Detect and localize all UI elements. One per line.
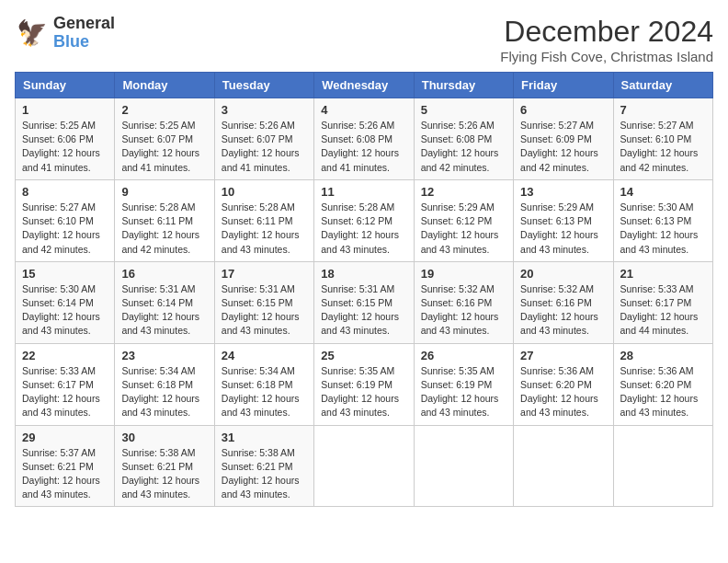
calendar-cell — [613, 425, 712, 507]
day-info: Sunrise: 5:36 AMSunset: 6:20 PMDaylight:… — [520, 364, 606, 420]
calendar-day-header: Wednesday — [314, 73, 414, 98]
calendar-cell: 6Sunrise: 5:27 AMSunset: 6:09 PMDaylight… — [514, 98, 613, 180]
calendar-cell: 26Sunrise: 5:35 AMSunset: 6:19 PMDayligh… — [414, 343, 513, 425]
month-title: December 2024 — [500, 15, 713, 49]
day-number: 28 — [620, 349, 706, 362]
day-info: Sunrise: 5:38 AMSunset: 6:21 PMDaylight:… — [121, 446, 207, 502]
day-number: 7 — [620, 103, 706, 117]
calendar-cell: 1Sunrise: 5:25 AMSunset: 6:06 PMDaylight… — [16, 98, 115, 180]
calendar-cell: 10Sunrise: 5:28 AMSunset: 6:11 PMDayligh… — [214, 179, 313, 261]
title-area: December 2024 Flying Fish Cove, Christma… — [500, 15, 713, 64]
day-info: Sunrise: 5:28 AMSunset: 6:11 PMDaylight:… — [121, 201, 207, 257]
calendar-cell: 29Sunrise: 5:37 AMSunset: 6:21 PMDayligh… — [16, 425, 115, 507]
calendar-week-row: 22Sunrise: 5:33 AMSunset: 6:17 PMDayligh… — [16, 343, 713, 425]
day-info: Sunrise: 5:26 AMSunset: 6:08 PMDaylight:… — [321, 119, 406, 175]
calendar-cell: 24Sunrise: 5:34 AMSunset: 6:18 PMDayligh… — [214, 343, 313, 425]
day-number: 14 — [620, 185, 706, 199]
calendar-week-row: 1Sunrise: 5:25 AMSunset: 6:06 PMDaylight… — [16, 98, 713, 180]
calendar-cell — [414, 425, 513, 507]
calendar-week-row: 29Sunrise: 5:37 AMSunset: 6:21 PMDayligh… — [16, 425, 713, 507]
day-number: 24 — [222, 349, 307, 362]
calendar-cell: 2Sunrise: 5:25 AMSunset: 6:07 PMDaylight… — [115, 98, 214, 180]
day-number: 12 — [421, 185, 506, 199]
day-info: Sunrise: 5:29 AMSunset: 6:12 PMDaylight:… — [421, 201, 506, 257]
day-number: 9 — [121, 185, 207, 199]
calendar-header-row: SundayMondayTuesdayWednesdayThursdayFrid… — [16, 73, 713, 98]
calendar-cell: 23Sunrise: 5:34 AMSunset: 6:18 PMDayligh… — [115, 343, 214, 425]
day-number: 21 — [620, 267, 706, 281]
header: 🦅 General Blue December 2024 Flying Fish… — [15, 15, 713, 64]
day-info: Sunrise: 5:27 AMSunset: 6:10 PMDaylight:… — [22, 201, 108, 257]
calendar-cell: 20Sunrise: 5:32 AMSunset: 6:16 PMDayligh… — [514, 261, 613, 343]
calendar-cell: 3Sunrise: 5:26 AMSunset: 6:07 PMDaylight… — [214, 98, 313, 180]
day-number: 19 — [421, 267, 506, 281]
calendar-cell: 30Sunrise: 5:38 AMSunset: 6:21 PMDayligh… — [115, 425, 214, 507]
day-info: Sunrise: 5:29 AMSunset: 6:13 PMDaylight:… — [520, 201, 606, 257]
day-number: 8 — [22, 185, 108, 199]
calendar-cell: 7Sunrise: 5:27 AMSunset: 6:10 PMDaylight… — [613, 98, 712, 180]
day-info: Sunrise: 5:26 AMSunset: 6:07 PMDaylight:… — [222, 119, 307, 175]
calendar-cell: 27Sunrise: 5:36 AMSunset: 6:20 PMDayligh… — [514, 343, 613, 425]
day-number: 13 — [520, 185, 606, 199]
day-number: 30 — [121, 431, 207, 444]
logo: 🦅 General Blue — [15, 15, 115, 52]
calendar-cell: 25Sunrise: 5:35 AMSunset: 6:19 PMDayligh… — [314, 343, 414, 425]
day-number: 26 — [421, 349, 506, 362]
calendar-cell: 15Sunrise: 5:30 AMSunset: 6:14 PMDayligh… — [16, 261, 115, 343]
day-info: Sunrise: 5:31 AMSunset: 6:14 PMDaylight:… — [121, 282, 207, 339]
day-number: 11 — [321, 185, 406, 199]
calendar-day-header: Thursday — [414, 73, 513, 98]
calendar-cell: 17Sunrise: 5:31 AMSunset: 6:15 PMDayligh… — [214, 261, 313, 343]
calendar-cell: 8Sunrise: 5:27 AMSunset: 6:10 PMDaylight… — [16, 179, 115, 261]
calendar-body: 1Sunrise: 5:25 AMSunset: 6:06 PMDaylight… — [16, 98, 713, 507]
day-info: Sunrise: 5:33 AMSunset: 6:17 PMDaylight:… — [620, 282, 706, 339]
day-info: Sunrise: 5:25 AMSunset: 6:07 PMDaylight:… — [121, 119, 207, 175]
day-number: 17 — [222, 267, 307, 281]
calendar-cell — [314, 425, 414, 507]
day-info: Sunrise: 5:27 AMSunset: 6:10 PMDaylight:… — [620, 119, 706, 175]
day-number: 16 — [121, 267, 207, 281]
calendar-cell: 4Sunrise: 5:26 AMSunset: 6:08 PMDaylight… — [314, 98, 414, 180]
day-info: Sunrise: 5:38 AMSunset: 6:21 PMDaylight:… — [222, 446, 307, 502]
logo-text: General Blue — [53, 15, 115, 52]
calendar-cell: 19Sunrise: 5:32 AMSunset: 6:16 PMDayligh… — [414, 261, 513, 343]
day-info: Sunrise: 5:30 AMSunset: 6:14 PMDaylight:… — [22, 282, 108, 339]
day-number: 5 — [421, 103, 506, 117]
day-info: Sunrise: 5:35 AMSunset: 6:19 PMDaylight:… — [321, 364, 406, 420]
day-number: 2 — [121, 103, 207, 117]
day-number: 18 — [321, 267, 406, 281]
day-number: 22 — [22, 349, 108, 362]
location-title: Flying Fish Cove, Christmas Island — [500, 49, 713, 64]
day-info: Sunrise: 5:26 AMSunset: 6:08 PMDaylight:… — [421, 119, 506, 175]
calendar-cell: 14Sunrise: 5:30 AMSunset: 6:13 PMDayligh… — [613, 179, 712, 261]
calendar-day-header: Tuesday — [214, 73, 313, 98]
calendar-week-row: 8Sunrise: 5:27 AMSunset: 6:10 PMDaylight… — [16, 179, 713, 261]
calendar-cell — [514, 425, 613, 507]
calendar-cell: 12Sunrise: 5:29 AMSunset: 6:12 PMDayligh… — [414, 179, 513, 261]
calendar-cell: 11Sunrise: 5:28 AMSunset: 6:12 PMDayligh… — [314, 179, 414, 261]
calendar-day-header: Monday — [115, 73, 214, 98]
day-info: Sunrise: 5:36 AMSunset: 6:20 PMDaylight:… — [620, 364, 706, 420]
day-info: Sunrise: 5:34 AMSunset: 6:18 PMDaylight:… — [222, 364, 307, 420]
calendar-cell: 22Sunrise: 5:33 AMSunset: 6:17 PMDayligh… — [16, 343, 115, 425]
day-number: 6 — [520, 103, 606, 117]
calendar-cell: 16Sunrise: 5:31 AMSunset: 6:14 PMDayligh… — [115, 261, 214, 343]
day-info: Sunrise: 5:32 AMSunset: 6:16 PMDaylight:… — [421, 282, 506, 339]
day-info: Sunrise: 5:25 AMSunset: 6:06 PMDaylight:… — [22, 119, 108, 175]
day-info: Sunrise: 5:27 AMSunset: 6:09 PMDaylight:… — [520, 119, 606, 175]
calendar-cell: 5Sunrise: 5:26 AMSunset: 6:08 PMDaylight… — [414, 98, 513, 180]
day-info: Sunrise: 5:31 AMSunset: 6:15 PMDaylight:… — [222, 282, 307, 339]
calendar-cell: 28Sunrise: 5:36 AMSunset: 6:20 PMDayligh… — [613, 343, 712, 425]
day-number: 3 — [222, 103, 307, 117]
day-number: 4 — [321, 103, 406, 117]
day-number: 23 — [121, 349, 207, 362]
day-number: 15 — [22, 267, 108, 281]
calendar-week-row: 15Sunrise: 5:30 AMSunset: 6:14 PMDayligh… — [16, 261, 713, 343]
day-info: Sunrise: 5:31 AMSunset: 6:15 PMDaylight:… — [321, 282, 406, 339]
day-info: Sunrise: 5:34 AMSunset: 6:18 PMDaylight:… — [121, 364, 207, 420]
calendar-cell: 31Sunrise: 5:38 AMSunset: 6:21 PMDayligh… — [214, 425, 313, 507]
calendar-cell: 13Sunrise: 5:29 AMSunset: 6:13 PMDayligh… — [514, 179, 613, 261]
day-number: 27 — [520, 349, 606, 362]
day-info: Sunrise: 5:37 AMSunset: 6:21 PMDaylight:… — [22, 446, 108, 502]
logo-bird-icon: 🦅 — [15, 17, 48, 50]
